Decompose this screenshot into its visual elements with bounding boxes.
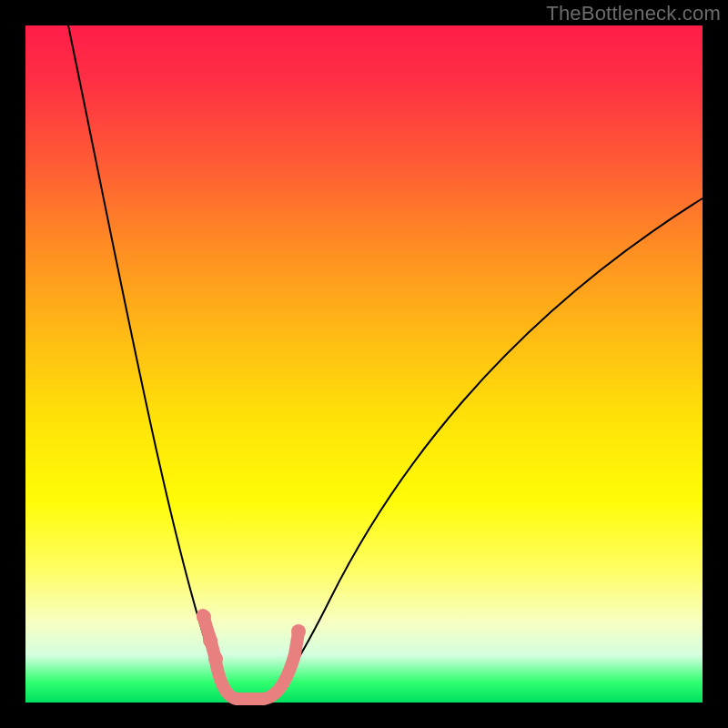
marker-dot [208, 652, 223, 666]
right-curve [264, 198, 703, 702]
chart-container: TheBottleneck.com [0, 0, 728, 728]
marker-dot [291, 624, 306, 639]
left-curve [66, 16, 235, 702]
marker-dot [203, 633, 217, 648]
chart-curves [25, 25, 703, 703]
marker-dot [197, 610, 211, 624]
watermark-text: TheBottleneck.com [546, 2, 721, 25]
